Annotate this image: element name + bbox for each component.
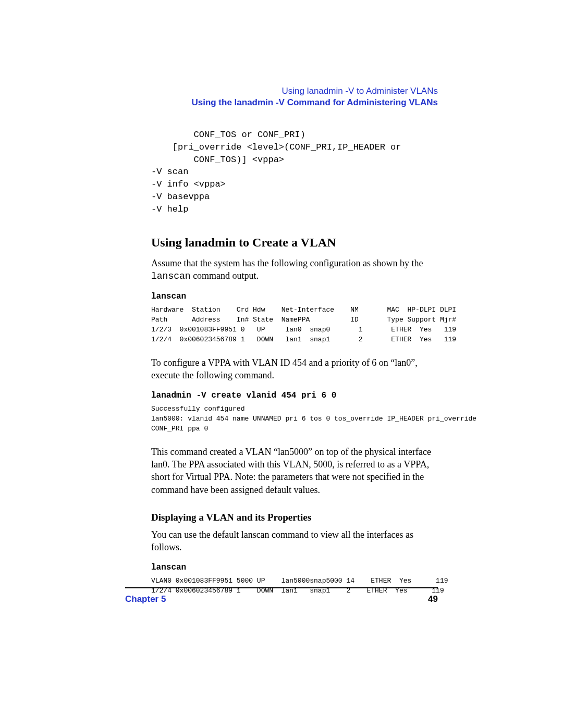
- paragraph-created: This command created a VLAN “lan5000” on…: [151, 446, 438, 496]
- paragraph-displaying: You can use the default lanscan command …: [151, 528, 438, 554]
- para1-post: command output.: [191, 270, 259, 281]
- section-heading: Using lanadmin to Create a VLAN: [151, 236, 438, 250]
- paragraph-assume: Assume that the system has the following…: [151, 257, 438, 283]
- page: Using lanadmin -V to Administer VLANs Us…: [0, 0, 563, 728]
- paragraph-configure: To configure a VPPA with VLAN ID 454 and…: [151, 356, 438, 382]
- footer-rule: [125, 587, 438, 588]
- running-header-title: Using lanadmin -V to Administer VLANs: [151, 86, 438, 96]
- command-lanscan-1: lanscan: [151, 292, 438, 301]
- running-header-subtitle: Using the lanadmin -V Command for Admini…: [151, 97, 438, 108]
- footer-page-number: 49: [428, 594, 438, 604]
- subsection-heading: Displaying a VLAN and its Properties: [151, 512, 438, 523]
- para1-pre: Assume that the system has the following…: [151, 258, 423, 268]
- command-lanadmin-create: lanadmin -V create vlanid 454 pri 6 0: [151, 391, 438, 400]
- para1-code: lanscan: [151, 271, 191, 281]
- footer: Chapter 5 49: [125, 594, 438, 604]
- command-lanscan-2: lanscan: [151, 563, 438, 572]
- syntax-block: CONF_TOS or CONF_PRI) [pri_override <lev…: [151, 129, 438, 216]
- content-area: Using lanadmin -V to Administer VLANs Us…: [151, 86, 438, 608]
- lanadmin-output: Successfully configured lan5000: vlanid …: [151, 404, 438, 434]
- footer-chapter: Chapter 5: [125, 594, 166, 604]
- lanscan-output-2: VLAN0 0x001083FF9951 5000 UP lan5000snap…: [151, 576, 438, 596]
- lanscan-output-1: Hardware Station Crd Hdw Net-Interface N…: [151, 305, 438, 344]
